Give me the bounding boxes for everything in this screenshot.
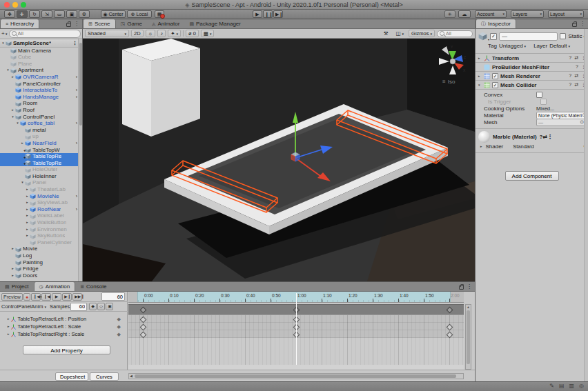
camera-dropdown[interactable]: ◫▾ — [393, 30, 406, 37]
animation-property-row[interactable]: ►TableTopRetractRight : Scale◆ — [0, 330, 128, 338]
component-header-mesh-renderer[interactable]: ► ✓ Mesh Renderer ?⇄⋮ — [476, 72, 588, 81]
hierarchy-item[interactable]: ►Fridge — [0, 265, 79, 272]
static-dropdown[interactable]: Static▾ — [568, 33, 585, 39]
layout-dropdown[interactable]: Layout▾ — [548, 10, 584, 18]
grid-snap-button[interactable]: ▦ — [155, 10, 164, 18]
menu-icon[interactable]: ⋮ — [547, 134, 553, 140]
add-keyframe-button[interactable]: ◇ — [97, 303, 105, 310]
scene-search-input[interactable] — [446, 31, 470, 36]
hierarchy-item[interactable]: ►RoofNear› — [0, 206, 79, 213]
fold-closed-icon[interactable]: ► — [25, 219, 30, 226]
status-ok-icon[interactable]: ◎ — [579, 383, 584, 389]
gizmos-dropdown[interactable]: Gizmos▾ — [409, 30, 435, 37]
hierarchy-item[interactable]: ►Movie — [0, 245, 79, 252]
hierarchy-item[interactable]: ►Environmen — [0, 226, 79, 233]
hierarchy-item[interactable]: ►MovieNe› — [0, 193, 79, 200]
hierarchy-item[interactable]: Log — [0, 252, 79, 259]
preset-icon[interactable]: ⇄ — [574, 55, 578, 61]
fold-open-icon[interactable]: ▼ — [20, 179, 25, 186]
account-dropdown[interactable]: Account▾ — [475, 10, 507, 18]
hierarchy-item[interactable]: ▼ControlPanel — [0, 114, 79, 121]
fold-closed-icon[interactable]: ► — [10, 272, 15, 279]
component-header-probuilder-meshfilter[interactable]: ProBuilder MeshFilter ?⋮ — [476, 63, 588, 72]
fold-closed-icon[interactable]: ► — [7, 325, 10, 328]
static-checkbox[interactable] — [560, 33, 566, 39]
prefab-open-arrow[interactable]: › — [76, 120, 77, 127]
grid-dropdown[interactable]: ▦▾ — [201, 30, 215, 37]
edit-disabled-icon[interactable]: ✎ — [549, 383, 554, 389]
hierarchy-item[interactable]: +TableTopRe — [0, 153, 79, 160]
hierarchy-item[interactable]: ►WallsLabel — [0, 212, 79, 219]
hand-tool[interactable]: ✥ — [4, 10, 15, 18]
tab-game[interactable]: ◳Game — [116, 19, 147, 28]
add-component-button[interactable]: Add Component — [505, 171, 559, 181]
anim-play-button[interactable]: ▶ — [52, 293, 61, 301]
hierarchy-search-field[interactable] — [9, 30, 81, 38]
pivot-toggle-button[interactable]: ◉ Center — [101, 10, 126, 18]
timeline-horizontal-scrollbar[interactable]: ◀ — [128, 373, 464, 379]
hierarchy-item[interactable]: PanelCylinder — [0, 239, 79, 246]
tag-dropdown[interactable]: Untagged▾ — [499, 43, 526, 49]
fold-closed-icon[interactable]: ► — [25, 232, 30, 239]
last-key-button[interactable]: ▶▶❙ — [72, 293, 82, 301]
scene-search-field[interactable] — [437, 30, 473, 37]
effects-dropdown[interactable]: ✦▾ — [168, 30, 181, 37]
active-checkbox[interactable]: ✓ — [490, 33, 497, 40]
custom-tool[interactable]: ⚙ — [79, 10, 90, 18]
lighting-toggle-button[interactable]: ☼ — [146, 30, 156, 37]
transform-tool[interactable]: ▣ — [66, 10, 77, 18]
fold-closed-icon[interactable]: ► — [10, 265, 15, 272]
pause-button[interactable]: ❙❙ — [263, 10, 273, 18]
hierarchy-item[interactable]: Main Camera — [0, 48, 79, 54]
hierarchy-item[interactable]: ▼Panel — [0, 179, 79, 186]
add-event-button[interactable]: ▣ — [106, 303, 113, 310]
visibility-button[interactable]: ø0 — [186, 30, 199, 37]
package-out-icon[interactable]: ▥ — [569, 383, 574, 389]
add-property-button[interactable]: Add Property — [23, 345, 110, 354]
tab-animator[interactable]: ◬Animator — [147, 19, 184, 28]
hierarchy-item[interactable]: ►Roof — [0, 107, 79, 114]
preset-icon[interactable]: ⇄ — [574, 73, 578, 79]
keyframe-indicator-icon[interactable]: ◆ — [117, 324, 121, 330]
scene-header-row[interactable]: ▼SampleScene*⋮ — [0, 40, 79, 48]
fold-closed-icon[interactable]: ► — [25, 206, 30, 213]
fold-icon[interactable]: ► — [480, 145, 482, 148]
prefab-open-arrow[interactable]: › — [76, 74, 77, 81]
preset-icon[interactable]: ⇄ — [574, 82, 578, 88]
fold-open-icon[interactable]: ▼ — [1, 40, 6, 47]
animation-property-row[interactable]: ►TableTopRetractLeft : Position◆ — [0, 315, 128, 323]
shader-dropdown[interactable]: Standard▾ — [513, 143, 585, 150]
layer-dropdown[interactable]: Default▾ — [549, 43, 570, 49]
panel-menu-icon[interactable]: ⋮ — [74, 21, 79, 27]
fold-closed-icon[interactable]: ► — [25, 226, 30, 233]
play-button[interactable]: ▶ — [253, 10, 262, 18]
hierarchy-item[interactable]: HoleOuter — [0, 166, 79, 173]
lock-icon[interactable] — [459, 285, 464, 290]
lock-icon[interactable] — [572, 23, 577, 27]
hierarchy-item[interactable]: PanelController — [0, 81, 79, 88]
hierarchy-item[interactable]: +TableTopW — [0, 147, 79, 154]
hierarchy-item[interactable]: Room — [0, 100, 79, 107]
record-button[interactable]: ● — [23, 293, 30, 301]
next-key-button[interactable]: ▶❙ — [62, 293, 72, 301]
move-tool[interactable]: ✛ — [17, 10, 28, 18]
fold-closed-icon[interactable]: ► — [25, 199, 30, 206]
hierarchy-item[interactable]: ►SkyButtons — [0, 232, 79, 239]
prefab-open-arrow[interactable]: › — [76, 87, 77, 94]
fold-icon[interactable]: ▼ — [478, 83, 482, 87]
tab-console[interactable]: ≣Console — [75, 282, 111, 291]
audio-toggle-button[interactable]: ♪ — [157, 30, 166, 37]
hierarchy-item[interactable]: up — [0, 133, 79, 140]
rect-tool[interactable]: ▭ — [54, 10, 65, 18]
prev-key-button[interactable]: ❙◀ — [41, 293, 51, 301]
help-icon[interactable]: ? — [569, 55, 571, 61]
layers-dropdown[interactable]: Layers▾ — [511, 10, 544, 18]
animation-property-row[interactable]: ►TableTopRetractLeft : Scale◆ — [0, 323, 128, 330]
fold-closed-icon[interactable]: ► — [20, 140, 25, 147]
create-menu-button[interactable]: + ▾ — [1, 30, 8, 38]
hierarchy-item[interactable]: ▼coffee_tabl› — [0, 120, 79, 127]
timeline-vertical-scrollbar[interactable]: ▲ — [465, 304, 471, 370]
fold-open-icon[interactable]: ▼ — [6, 67, 10, 74]
curves-button[interactable]: Curves — [90, 372, 119, 381]
fold-closed-icon[interactable]: ► — [25, 186, 30, 193]
